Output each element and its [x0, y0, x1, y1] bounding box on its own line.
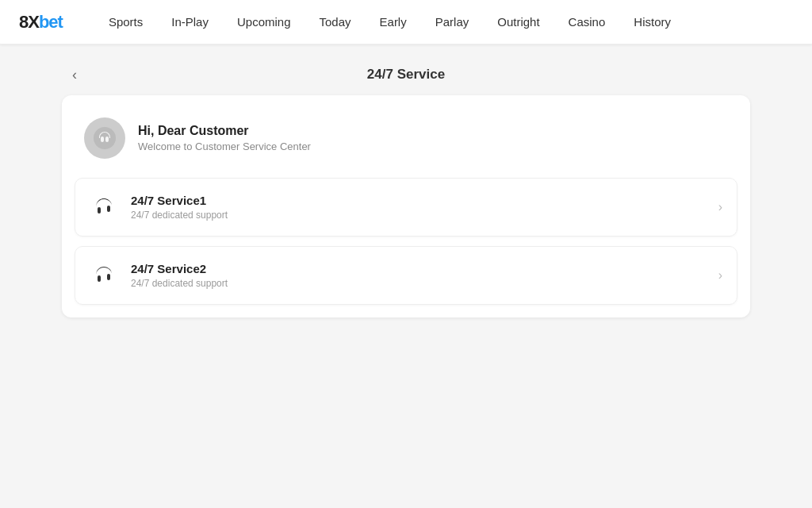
service-item-2[interactable]: 24/7 Service2 24/7 dedicated support › — [75, 246, 737, 305]
back-row: ‹ 24/7 Service — [62, 60, 750, 89]
service-desc-2: 24/7 dedicated support — [131, 278, 706, 289]
nav: SportsIn-PlayUpcomingTodayEarlyParlayOut… — [94, 0, 793, 44]
nav-item-parlay[interactable]: Parlay — [421, 0, 484, 44]
nav-item-history[interactable]: History — [619, 0, 685, 44]
main-content: ‹ 24/7 Service Hi, Dear Customer Welcome… — [49, 44, 763, 333]
page-title: 24/7 Service — [367, 67, 445, 83]
chevron-right-icon-1: › — [718, 200, 722, 214]
avatar — [84, 117, 125, 159]
nav-item-today[interactable]: Today — [305, 0, 366, 44]
service-info-1: 24/7 Service1 24/7 dedicated support — [131, 194, 706, 221]
nav-item-early[interactable]: Early — [366, 0, 421, 44]
headphone-icon-1 — [90, 193, 118, 221]
logo-8x: 8X — [19, 12, 39, 32]
welcome-subtitle: Welcome to Customer Service Center — [138, 140, 311, 152]
nav-item-in-play[interactable]: In-Play — [157, 0, 223, 44]
logo[interactable]: 8Xbet — [19, 12, 63, 33]
nav-item-upcoming[interactable]: Upcoming — [223, 0, 305, 44]
service-name-2: 24/7 Service2 — [131, 262, 706, 275]
service-list: 24/7 Service1 24/7 dedicated support › 2… — [62, 178, 750, 318]
headphone-icon-2 — [90, 261, 118, 290]
card-area: Hi, Dear Customer Welcome to Customer Se… — [62, 95, 750, 318]
welcome-section: Hi, Dear Customer Welcome to Customer Se… — [62, 95, 750, 178]
avatar-icon — [93, 126, 117, 150]
back-button[interactable]: ‹ — [62, 62, 87, 87]
service-info-2: 24/7 Service2 24/7 dedicated support — [131, 262, 706, 289]
welcome-title: Hi, Dear Customer — [138, 124, 311, 138]
nav-item-sports[interactable]: Sports — [94, 0, 157, 44]
chevron-right-icon-2: › — [718, 268, 722, 283]
header: 8Xbet SportsIn-PlayUpcomingTodayEarlyPar… — [0, 0, 812, 44]
logo-bet: bet — [39, 12, 63, 32]
welcome-text: Hi, Dear Customer Welcome to Customer Se… — [138, 124, 311, 152]
nav-item-outright[interactable]: Outright — [483, 0, 553, 44]
back-icon: ‹ — [72, 67, 77, 83]
svg-point-0 — [94, 127, 116, 149]
service-name-1: 24/7 Service1 — [131, 194, 706, 207]
service-item-1[interactable]: 24/7 Service1 24/7 dedicated support › — [75, 178, 737, 237]
nav-item-casino[interactable]: Casino — [554, 0, 620, 44]
service-desc-1: 24/7 dedicated support — [131, 210, 706, 221]
